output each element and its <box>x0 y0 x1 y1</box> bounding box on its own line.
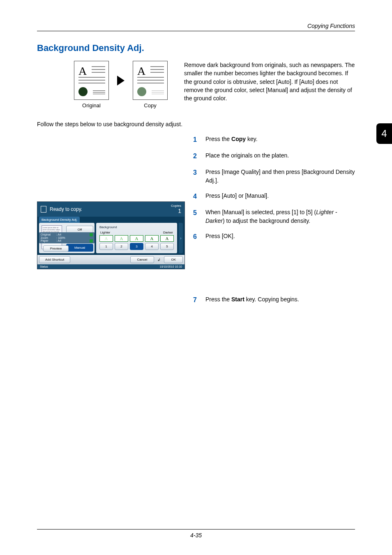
status-label[interactable]: Status <box>40 265 48 268</box>
steps-list: 1 Press the Copy key. 2 Place the origin… <box>193 135 355 305</box>
page-number: 4-35 <box>190 532 202 539</box>
breadcrumb: Copying Functions <box>37 23 355 29</box>
screen-titlebar: Ready to copy. Copies 1 <box>37 202 184 217</box>
info-rows: Original: A4 Zoom: 100% Paper: A4 <box>39 232 95 243</box>
section-title: Background Density Adj. <box>37 43 355 53</box>
step-text: Press [Image Quality] and then press [Ba… <box>205 168 355 185</box>
status-timestamp: 10/10/2010 10:10 <box>160 265 182 268</box>
screen-title: Ready to copy. <box>50 206 82 212</box>
chevron-right-icon: › <box>180 236 181 240</box>
manual-button[interactable]: Manual <box>66 244 93 252</box>
density-1-button[interactable]: 1 <box>99 243 113 250</box>
preview-button[interactable]: Preview <box>43 245 69 252</box>
arrow-icon <box>117 76 125 86</box>
density-swatches: AAAAA <box>98 235 175 242</box>
intro-text: Remove dark background from originals, s… <box>184 61 355 102</box>
add-shortcut-button[interactable]: Add Shortcut <box>39 256 70 263</box>
diagram-copy: A <box>133 61 168 100</box>
density-3-button[interactable]: 3 <box>130 243 143 250</box>
cancel-button[interactable]: Cancel <box>130 256 154 263</box>
copies-readout: Copies 1 <box>171 204 181 214</box>
step-num: 5 <box>193 208 205 225</box>
step-text: Place the originals on the platen. <box>205 151 355 161</box>
follow-text: Follow the steps below to use background… <box>37 121 355 127</box>
darker-label: Darker <box>163 231 173 234</box>
diagram-copy-label: Copy <box>133 102 168 109</box>
diagram-original-label: Original <box>74 102 109 109</box>
density-4-button[interactable]: 4 <box>145 243 159 250</box>
orientation-icon <box>90 233 93 236</box>
tab-bg-density[interactable]: Background Density Adj. <box>39 217 80 223</box>
screen-left-panel: Lorem ipsum dolor sit amet consectetur a… <box>39 223 95 253</box>
step-num: 3 <box>193 168 205 185</box>
step-num: 1 <box>193 135 205 145</box>
screen-right-panel: Background Lighter Darker AAAAA 1 2 3 4 … <box>96 223 177 253</box>
panel-handle[interactable]: › <box>179 223 183 253</box>
return-icon: ↲ <box>157 258 161 262</box>
density-5-button[interactable]: 5 <box>160 243 174 250</box>
step-text: Press the Copy key. <box>205 135 355 145</box>
density-2-button[interactable]: 2 <box>115 243 128 250</box>
step-num: 7 <box>193 295 205 305</box>
orientation-icon <box>90 239 93 243</box>
step-text: When [Manual] is selected, press [1] to … <box>205 208 355 225</box>
panel-label: Background <box>99 225 175 229</box>
step-num: 4 <box>193 192 205 201</box>
step-text: Press the Start key. Copying begins. <box>205 295 355 305</box>
document-icon <box>41 206 46 213</box>
divider-top <box>37 31 355 31</box>
screen-mockup: Ready to copy. Copies 1 Background Densi… <box>37 201 185 269</box>
step-num: 6 <box>193 232 205 242</box>
lighter-label: Lighter <box>100 231 110 234</box>
diagram: A A Original <box>74 61 168 109</box>
step-text: Press [OK]. <box>205 232 355 242</box>
divider-bottom <box>37 529 355 530</box>
ok-button[interactable]: OK <box>164 256 183 263</box>
diagram-original: A <box>74 61 109 100</box>
step-text: Press [Auto] or [Manual]. <box>205 192 355 201</box>
step-num: 2 <box>193 151 205 161</box>
